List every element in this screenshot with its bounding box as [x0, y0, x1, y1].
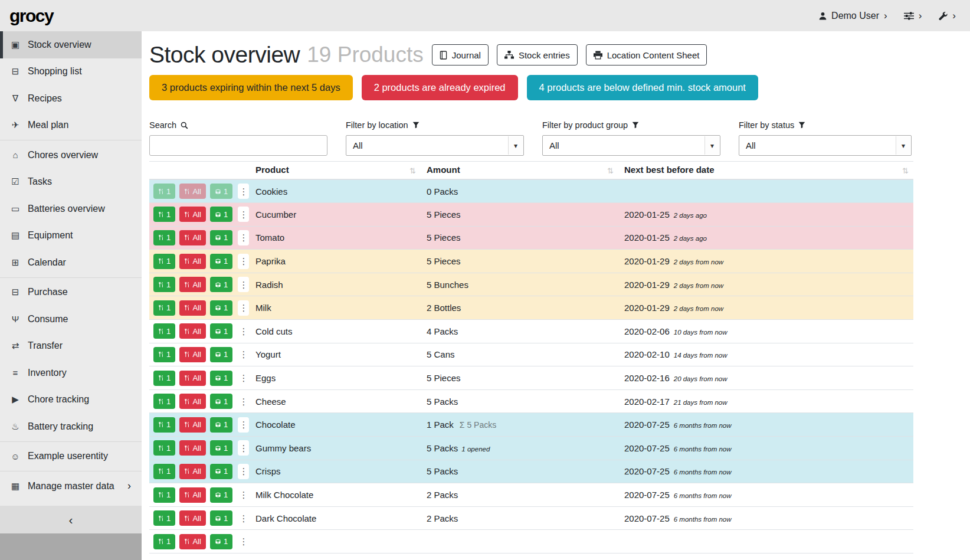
- open-one-button[interactable]: 1: [210, 184, 232, 199]
- open-one-button[interactable]: 1: [210, 371, 232, 386]
- open-one-button[interactable]: 1: [210, 440, 232, 456]
- location-content-sheet-button[interactable]: Location Content Sheet: [586, 44, 707, 66]
- open-one-button[interactable]: 1: [210, 230, 232, 245]
- user-menu[interactable]: Demo User ›: [818, 10, 887, 22]
- consume-one-button[interactable]: 1: [153, 300, 175, 316]
- consume-all-button[interactable]: All: [179, 417, 205, 433]
- app-logo[interactable]: grocy: [9, 6, 53, 26]
- location-filter-select[interactable]: All: [346, 135, 524, 156]
- consume-one-button[interactable]: 1: [153, 510, 175, 526]
- row-menu-button[interactable]: ⋮: [238, 230, 249, 245]
- row-menu-button[interactable]: ⋮: [238, 347, 249, 362]
- sidebar-item-battery-tracking[interactable]: ♨ Battery tracking: [0, 413, 142, 440]
- consume-all-button[interactable]: All: [179, 323, 205, 339]
- consume-all-button[interactable]: All: [179, 394, 205, 409]
- journal-button[interactable]: Journal: [432, 44, 489, 66]
- sidebar-item-consume[interactable]: Ψ Consume: [0, 306, 142, 333]
- row-menu-button[interactable]: ⋮: [238, 534, 249, 549]
- consume-one-button[interactable]: 1: [153, 230, 175, 245]
- row-menu-button[interactable]: ⋮: [238, 394, 249, 409]
- consume-all-button[interactable]: All: [179, 254, 205, 269]
- consume-one-button[interactable]: 1: [153, 184, 175, 199]
- alert-expired[interactable]: 2 products are already expired: [362, 75, 518, 100]
- open-one-button[interactable]: 1: [210, 300, 232, 316]
- admin-menu[interactable]: ›: [938, 10, 956, 22]
- consume-one-button[interactable]: 1: [153, 464, 175, 479]
- sidebar-item-purchase[interactable]: ⊟ Purchase: [0, 279, 142, 306]
- consume-one-button[interactable]: 1: [153, 347, 175, 362]
- row-menu-button[interactable]: ⋮: [238, 510, 249, 526]
- open-one-button[interactable]: 1: [210, 510, 232, 526]
- consume-all-button[interactable]: All: [179, 371, 205, 386]
- consume-all-button[interactable]: All: [179, 487, 205, 503]
- open-one-button[interactable]: 1: [210, 347, 232, 362]
- row-menu-button[interactable]: ⋮: [238, 464, 249, 479]
- open-one-button[interactable]: 1: [210, 534, 232, 549]
- consume-all-button[interactable]: All: [179, 184, 205, 199]
- consume-one-button[interactable]: 1: [153, 394, 175, 409]
- open-one-button[interactable]: 1: [210, 254, 232, 269]
- row-menu-button[interactable]: ⋮: [238, 184, 249, 199]
- alert-below-min-stock[interactable]: 4 products are below defined min. stock …: [527, 75, 758, 100]
- consume-all-button[interactable]: All: [179, 300, 205, 316]
- status-filter-select[interactable]: All: [739, 135, 912, 156]
- sidebar-item-batteries-overview[interactable]: ▭ Batteries overview: [0, 195, 142, 222]
- open-one-button[interactable]: 1: [210, 417, 232, 433]
- sidebar-item-recipes[interactable]: ∇ Recipes: [0, 85, 142, 112]
- column-amount[interactable]: Amount ⇅: [421, 162, 618, 180]
- consume-one-button[interactable]: 1: [153, 440, 175, 456]
- column-product[interactable]: Product ⇅: [250, 162, 421, 180]
- consume-all-button[interactable]: All: [179, 510, 205, 526]
- consume-one-button[interactable]: 1: [153, 254, 175, 269]
- sidebar-item-calendar[interactable]: ⊞ Calendar: [0, 249, 142, 276]
- sidebar-item-meal-plan[interactable]: ✈ Meal plan: [0, 112, 142, 139]
- sidebar-item-transfer[interactable]: ⇄ Transfer: [0, 333, 142, 360]
- open-one-button[interactable]: 1: [210, 394, 232, 409]
- consume-one-button[interactable]: 1: [153, 323, 175, 339]
- column-next-best-before-date[interactable]: Next best before date ⇅: [618, 162, 913, 180]
- sidebar-item-equipment[interactable]: ▤ Equipment: [0, 222, 142, 250]
- row-menu-button[interactable]: ⋮: [238, 323, 249, 339]
- consume-one-button[interactable]: 1: [153, 207, 175, 222]
- sidebar-item-manage-master-data[interactable]: ▦ Manage master data ›: [0, 473, 142, 500]
- row-menu-button[interactable]: ⋮: [238, 371, 249, 386]
- row-menu-button[interactable]: ⋮: [238, 440, 249, 456]
- consume-all-button[interactable]: All: [179, 347, 205, 362]
- settings-menu[interactable]: ›: [904, 10, 922, 22]
- sidebar-collapse-button[interactable]: ‹: [0, 506, 142, 533]
- consume-all-button[interactable]: All: [179, 440, 205, 456]
- alert-expiring[interactable]: 3 products expiring within the next 5 da…: [149, 75, 353, 100]
- consume-one-button[interactable]: 1: [153, 371, 175, 386]
- open-one-button[interactable]: 1: [210, 464, 232, 479]
- row-menu-button[interactable]: ⋮: [238, 300, 249, 316]
- sidebar-item-stock-overview[interactable]: ▣ Stock overview: [0, 31, 142, 58]
- consume-one-button[interactable]: 1: [153, 277, 175, 292]
- consume-one-button[interactable]: 1: [153, 487, 175, 503]
- product-group-filter-select[interactable]: All: [542, 135, 720, 156]
- sidebar-item-example-userentity[interactable]: ☺ Example userentity: [0, 443, 142, 470]
- consume-one-button[interactable]: 1: [153, 417, 175, 433]
- row-menu-button[interactable]: ⋮: [238, 207, 249, 222]
- row-menu-button[interactable]: ⋮: [238, 277, 249, 292]
- consume-all-button[interactable]: All: [179, 534, 205, 549]
- search-input[interactable]: [149, 135, 327, 156]
- row-menu-button[interactable]: ⋮: [238, 254, 249, 269]
- consume-all-button[interactable]: All: [179, 230, 205, 245]
- consume-all-button[interactable]: All: [179, 207, 205, 222]
- sidebar-item-chore-tracking[interactable]: ▶ Chore tracking: [0, 387, 142, 414]
- consume-all-button[interactable]: All: [179, 277, 205, 292]
- sidebar-item-inventory[interactable]: ≡ Inventory: [0, 359, 142, 387]
- row-menu-button[interactable]: ⋮: [238, 417, 249, 433]
- row-menu-button[interactable]: ⋮: [238, 487, 249, 503]
- consume-all-button[interactable]: All: [179, 464, 205, 479]
- stock-entries-button[interactable]: Stock entries: [497, 44, 578, 66]
- sidebar-item-tasks[interactable]: ☑ Tasks: [0, 169, 142, 196]
- open-one-button[interactable]: 1: [210, 207, 232, 222]
- open-one-button[interactable]: 1: [210, 277, 232, 292]
- open-one-button[interactable]: 1: [210, 487, 232, 503]
- open-one-button[interactable]: 1: [210, 323, 232, 339]
- consume-one-button[interactable]: 1: [153, 534, 175, 549]
- sidebar-item-shopping-list[interactable]: ⊟ Shopping list: [0, 58, 142, 86]
- sidebar-item-chores-overview[interactable]: ⌂ Chores overview: [0, 142, 142, 169]
- vertical-dots-icon: ⋮: [239, 232, 248, 243]
